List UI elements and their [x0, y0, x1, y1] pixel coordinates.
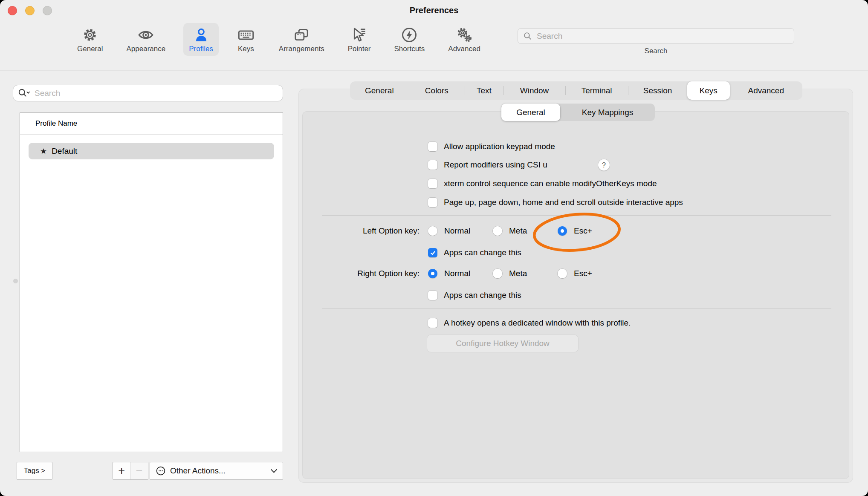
checkbox-label: Apps can change this	[444, 248, 521, 257]
profile-tabbar: General Colors Text Window Terminal Sess…	[350, 81, 802, 100]
separator	[322, 309, 831, 309]
checkbox-right-apps-can-change[interactable]	[428, 291, 437, 300]
tab-general[interactable]: General	[350, 81, 409, 100]
checkbox-label: Apps can change this	[444, 291, 521, 300]
checkbox-row: Apps can change this	[428, 291, 521, 300]
toolbar-label: Advanced	[448, 45, 480, 53]
windows-icon	[292, 26, 311, 44]
radio-left-option-meta[interactable]	[493, 226, 502, 236]
keys-pane	[302, 111, 849, 479]
checkbox-row: Page up, page down, home and end scroll …	[428, 198, 683, 207]
cursor-icon	[350, 26, 369, 44]
toolbar-search-caption: Search	[518, 47, 794, 55]
radio-label: Esc+	[574, 226, 592, 236]
profiles-list: Profile Name ★ Default	[20, 112, 283, 452]
checkbox-row: Allow application keypad mode	[428, 142, 555, 151]
checkbox-label: xterm control sequence can enable modify…	[444, 179, 657, 188]
tab-terminal[interactable]: Terminal	[565, 81, 628, 100]
preferences-window: Preferences General Appearance Profiles	[0, 0, 868, 496]
radio-item: Esc+	[558, 269, 592, 278]
search-icon	[523, 32, 532, 40]
checkbox-keypad-mode[interactable]	[428, 142, 437, 151]
keyboard-icon	[237, 26, 255, 44]
checkbox-hotkey-window[interactable]	[428, 318, 437, 328]
toolbar-item-appearance[interactable]: Appearance	[121, 23, 171, 56]
profile-search-input[interactable]	[34, 88, 278, 98]
tab-window[interactable]: Window	[503, 81, 565, 100]
other-actions-label: Other Actions...	[170, 466, 226, 476]
toolbar-item-advanced[interactable]: Advanced	[443, 23, 486, 56]
bolt-circle-icon	[400, 26, 419, 44]
radio-label: Meta	[509, 226, 527, 236]
preferences-toolbar: General Appearance Profiles Keys Arrange…	[72, 23, 486, 56]
radio-label: Normal	[444, 226, 470, 236]
tags-button[interactable]: Tags >	[17, 462, 52, 480]
radio-left-option-normal[interactable]	[428, 226, 437, 236]
radio-label: Normal	[444, 269, 470, 278]
toolbar-item-pointer[interactable]: Pointer	[342, 23, 376, 56]
toolbar-label: Pointer	[348, 45, 371, 53]
checkbox-left-apps-can-change[interactable]	[428, 248, 437, 257]
checkbox-label: Page up, page down, home and end scroll …	[444, 198, 683, 207]
toolbar-item-arrangements[interactable]: Arrangements	[273, 23, 330, 56]
radio-label: Esc+	[574, 269, 592, 278]
radio-left-option-esc[interactable]	[558, 226, 567, 236]
toolbar-divider	[0, 70, 868, 71]
checkbox-scroll-outside-apps[interactable]	[428, 198, 437, 207]
toolbar-label: Shortcuts	[394, 45, 425, 53]
left-option-key-label: Left Option key:	[299, 226, 420, 236]
profile-row-default[interactable]: ★ Default	[29, 143, 274, 159]
radio-right-option-esc[interactable]	[558, 269, 567, 278]
toolbar-label: General	[77, 45, 103, 53]
subtab-key-mappings[interactable]: Key Mappings	[560, 104, 655, 121]
radio-label: Meta	[509, 269, 527, 278]
star-icon: ★	[40, 147, 47, 156]
toolbar-label: Arrangements	[279, 45, 324, 53]
separator	[322, 215, 831, 216]
toolbar-item-profiles[interactable]: Profiles	[183, 23, 219, 56]
profile-search-field	[13, 85, 283, 101]
tab-advanced[interactable]: Advanced	[730, 81, 802, 100]
window-title: Preferences	[0, 6, 868, 15]
toolbar-item-keys[interactable]: Keys	[231, 23, 261, 56]
tab-session[interactable]: Session	[628, 81, 687, 100]
checkbox-row: xterm control sequence can enable modify…	[428, 179, 657, 188]
checkbox-row: Apps can change this	[428, 248, 521, 257]
person-icon	[192, 26, 211, 44]
checkbox-csi-u[interactable]	[428, 160, 437, 170]
tab-colors[interactable]: Colors	[409, 81, 465, 100]
profile-name: Default	[52, 147, 77, 156]
subtab-general[interactable]: General	[501, 104, 560, 121]
titlebar: Preferences	[0, 0, 868, 21]
right-option-key-label: Right Option key:	[299, 269, 420, 278]
tab-text[interactable]: Text	[465, 81, 503, 100]
radio-right-option-normal[interactable]	[428, 269, 437, 278]
toolbar-label: Profiles	[189, 45, 213, 53]
search-filter-icon[interactable]	[18, 88, 31, 98]
checkbox-label: Report modifiers using CSI u	[444, 160, 547, 170]
profile-settings-panel: General Colors Text Window Terminal Sess…	[298, 89, 853, 483]
checkbox-label: A hotkey opens a dedicated window with t…	[444, 318, 631, 328]
other-actions-dropdown[interactable]: Other Actions...	[150, 462, 283, 480]
toolbar-item-general[interactable]: General	[72, 23, 108, 56]
toolbar-search-input[interactable]	[536, 31, 789, 41]
toolbar-item-shortcuts[interactable]: Shortcuts	[389, 23, 431, 56]
checkbox-modify-other-keys[interactable]	[428, 179, 437, 188]
radio-item: Esc+	[558, 226, 592, 236]
radio-item: Normal	[428, 269, 470, 278]
radio-item: Meta	[493, 226, 527, 236]
add-profile-button[interactable]: +	[113, 462, 130, 479]
checkmark-icon	[430, 250, 436, 256]
help-button[interactable]: ?	[598, 159, 610, 171]
add-remove-group: + −	[113, 462, 148, 480]
checkbox-label: Allow application keypad mode	[444, 142, 555, 151]
configure-hotkey-window-button: Configure Hotkey Window	[427, 335, 579, 352]
radio-item: Meta	[493, 269, 527, 278]
keys-subtabs: General Key Mappings	[501, 104, 655, 121]
checkbox-row: Report modifiers using CSI u	[428, 160, 547, 170]
toolbar-search: Search	[518, 28, 794, 55]
tab-keys[interactable]: Keys	[687, 81, 730, 100]
radio-right-option-meta[interactable]	[493, 269, 502, 278]
eye-icon	[136, 26, 155, 44]
remove-profile-button: −	[130, 462, 148, 479]
